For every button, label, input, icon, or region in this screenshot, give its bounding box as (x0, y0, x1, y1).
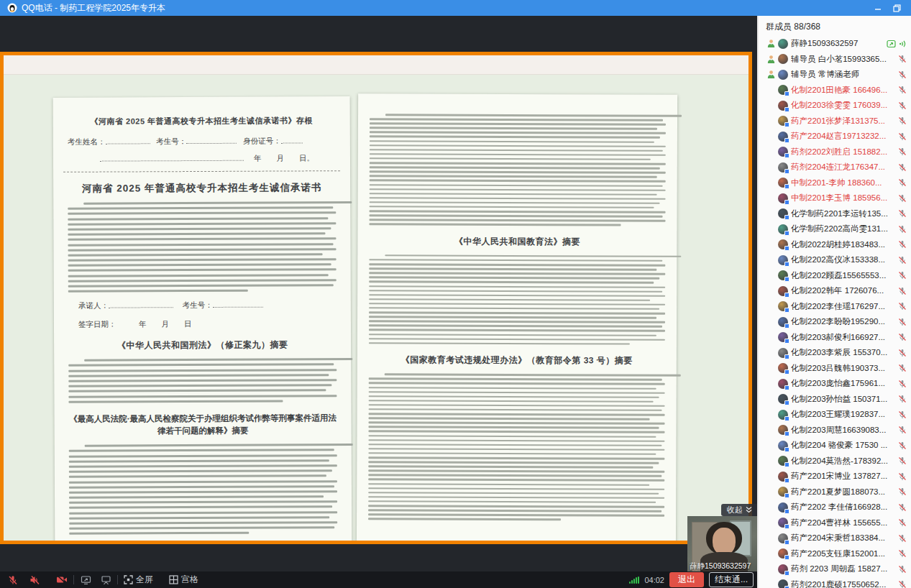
field-id-label: 身份证号： (243, 137, 281, 145)
member-row[interactable]: 化制2204 骆俊豪 17530 ... (759, 438, 911, 454)
member-row[interactable]: 药剂2202刘胜启 151882... (759, 144, 911, 160)
fullscreen-button[interactable]: 全屏 (124, 574, 153, 586)
member-status-icons[interactable] (898, 147, 907, 156)
share-screen-button[interactable] (80, 574, 91, 586)
member-row[interactable]: 化制2201田艳豪 166496... (759, 83, 911, 98)
member-row[interactable]: 辅导员 白小茗15993365... (759, 52, 911, 68)
member-row[interactable]: 化制2022胡桂婷183483... (759, 237, 911, 253)
doc-text-line (369, 325, 662, 328)
member-row[interactable]: 药产2202 李佳倩166928... (759, 500, 911, 515)
end-call-button[interactable]: 结束通... (709, 572, 754, 587)
member-status-icons[interactable] (898, 580, 907, 588)
member-row[interactable]: 化学制药2202高尚雯131... (759, 221, 911, 237)
member-status-icons[interactable] (898, 163, 907, 172)
member-status-icons[interactable] (898, 86, 907, 94)
member-row[interactable]: 薛静15093632597 (759, 36, 911, 52)
member-row[interactable]: 化制2203吕魏韩190373... (759, 361, 911, 377)
member-status-icons[interactable] (898, 410, 907, 419)
member-status-icons[interactable] (898, 441, 907, 450)
self-video-thumbnail[interactable]: 薛静15093632597 (687, 516, 757, 572)
member-row[interactable]: 化制2203周慧16639083... (759, 423, 911, 438)
member-row[interactable]: 化制2203郝俊利166927... (759, 330, 911, 346)
member-status-icons[interactable] (898, 240, 907, 249)
member-status-icons[interactable] (898, 55, 907, 63)
member-status-icons[interactable] (898, 256, 907, 265)
member-status-icons[interactable] (898, 518, 907, 527)
member-row[interactable]: 药剂 2203 周朝磊 15827... (759, 561, 911, 577)
member-status-icons[interactable] (898, 194, 907, 203)
member-status-icons[interactable] (898, 70, 907, 79)
restore-button[interactable] (892, 4, 901, 12)
member-name: 药产2201夏梦圆188073... (791, 487, 895, 497)
doc-text-line (69, 475, 326, 479)
member-row[interactable]: 化制2203王耀璞192837... (759, 407, 911, 423)
member-status-icons[interactable] (898, 271, 907, 280)
member-status-icons[interactable] (887, 40, 907, 48)
call-main-area: 《河南省 2025 年普通高校专升本招生考生诚信承诺书》存根 考生姓名： 考生号… (0, 16, 757, 588)
member-row[interactable]: 化制2203孙怡益 150371... (759, 392, 911, 408)
member-status-icons[interactable] (898, 364, 907, 372)
member-status-icons[interactable] (898, 287, 907, 295)
member-row[interactable]: 药产2204赵言19713232... (759, 129, 911, 144)
member-status-icons[interactable] (898, 318, 907, 326)
doc-text-line (369, 408, 662, 411)
member-status-icons[interactable] (898, 349, 907, 357)
member-row[interactable]: 化制2203庞怡鑫175961... (759, 376, 911, 392)
member-row[interactable]: 药产2204曹祥林 155655... (759, 515, 911, 531)
member-row[interactable]: 辅导员 常博涵老师 (759, 67, 911, 83)
member-status-icons[interactable] (898, 225, 907, 234)
member-row[interactable]: 药剂2201鹿硕17550652... (759, 577, 911, 588)
member-status-icons[interactable] (898, 209, 907, 218)
member-row[interactable]: 药产2201宋博业 137827... (759, 469, 911, 484)
mobile-online-badge (784, 524, 789, 529)
speaker-muted-button[interactable] (29, 574, 40, 586)
doc-text-line (68, 369, 337, 372)
member-status-icons[interactable] (898, 426, 907, 434)
member-status-icons[interactable] (898, 549, 907, 558)
member-status-icons[interactable] (898, 101, 907, 110)
member-status-icons[interactable] (898, 472, 907, 481)
member-row[interactable]: 中制2201-李帅 188360... (759, 175, 911, 191)
member-status-icons[interactable] (898, 534, 907, 543)
member-status-icons[interactable] (898, 395, 907, 403)
member-status-icons[interactable] (898, 132, 907, 141)
member-status-icons[interactable] (898, 503, 907, 512)
member-row[interactable]: 药剂2204连江龙176347... (759, 160, 911, 175)
doc-text-line (369, 290, 662, 293)
member-row[interactable]: 化制2203李紫辰 155370... (759, 345, 911, 361)
member-status-icons[interactable] (898, 456, 907, 465)
member-row[interactable]: 化制2202韩年 1726076... (759, 283, 911, 299)
doc-text-line (370, 157, 651, 160)
member-row[interactable]: 药产2201夏梦圆188073... (759, 484, 911, 500)
member-status-icons[interactable] (898, 302, 907, 311)
doc-text-line (368, 456, 664, 459)
member-row[interactable]: 化制2202李盼盼195290... (759, 314, 911, 330)
member-row[interactable]: 药产2201张梦泽131375... (759, 114, 911, 129)
member-row[interactable]: 化制2202李佳瑶176297... (759, 299, 911, 315)
member-status-icons[interactable] (898, 333, 907, 341)
doc-text-line (68, 227, 331, 231)
grid-view-button[interactable]: 宫格 (169, 574, 198, 586)
minimize-button[interactable] (874, 4, 882, 12)
member-status-icons[interactable] (898, 487, 907, 496)
member-row[interactable]: 中制2201李玉博 185956... (759, 190, 911, 206)
doc-text-line (369, 342, 630, 345)
member-status-icons[interactable] (898, 178, 907, 187)
exit-button[interactable]: 退出 (669, 572, 704, 587)
doc-heading-court-interpretation: 《最高人民法院·最高人民检察院关于办理组织考试作弊等刑事案件适用法律若干问题的解… (69, 412, 337, 438)
member-row[interactable]: 化学制药2201李运转135... (759, 206, 911, 222)
whiteboard-button[interactable] (100, 574, 111, 586)
member-status-icons[interactable] (898, 380, 907, 388)
mic-muted-button[interactable] (7, 574, 19, 586)
member-row[interactable]: 药产2204宋秉哲183384... (759, 530, 911, 546)
member-row[interactable]: 化制2204莫浩然-178392... (759, 454, 911, 469)
member-status-icons[interactable] (898, 565, 907, 574)
camera-off-button[interactable] (56, 574, 68, 586)
member-row[interactable]: 化制2202顾磊15565553... (759, 268, 911, 284)
doc-text-line (368, 444, 661, 446)
member-row[interactable]: 化制2203徐雯雯 176039... (759, 98, 911, 114)
member-status-icons[interactable] (898, 116, 907, 125)
collapse-video-button[interactable]: 收起 (721, 504, 757, 516)
member-row[interactable]: 化制2202高仪冰153338... (759, 252, 911, 268)
member-row[interactable]: 药产2205支钰康152001... (759, 546, 911, 562)
